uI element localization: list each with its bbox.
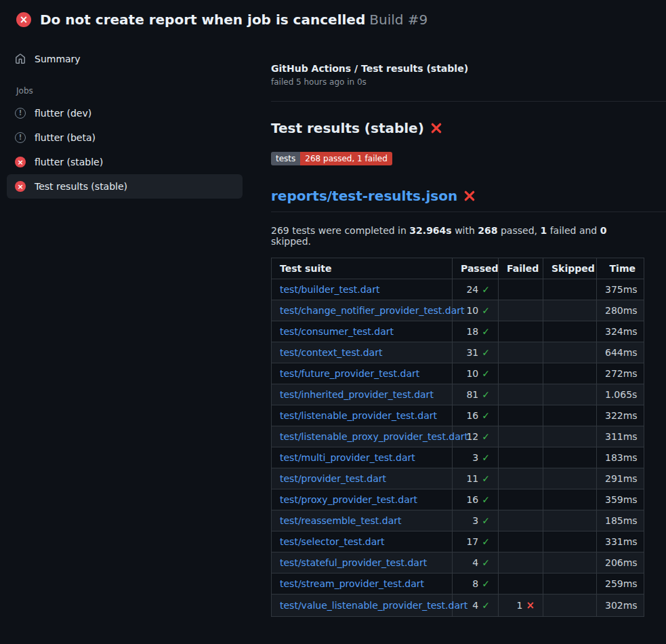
test-suite-link[interactable]: test/change_notifier_provider_test.dart (280, 305, 465, 316)
check-icon: ✓ (482, 578, 490, 589)
table-row: test/provider_test.dart11✓291ms (272, 468, 644, 489)
failed-cell (499, 342, 543, 363)
suite-cell: test/proxy_provider_test.dart (272, 489, 453, 510)
time-cell: 324ms (597, 321, 644, 342)
skipped-cell (543, 510, 597, 531)
test-suite-link[interactable]: test/context_test.dart (280, 347, 382, 358)
failed-cell (499, 447, 543, 468)
time-cell: 272ms (597, 363, 644, 384)
test-suite-link[interactable]: test/future_provider_test.dart (280, 368, 419, 379)
suite-cell: test/listenable_proxy_provider_test.dart (272, 426, 453, 447)
check-icon: ✓ (482, 284, 490, 295)
report-title: reports/test-results.json (271, 188, 666, 212)
passed-cell: 31✓ (453, 342, 499, 363)
time-cell: 183ms (597, 447, 644, 468)
summary-line: 269 tests were completed in 32.964s with… (271, 225, 644, 247)
tests-status-badge: tests 268 passed, 1 failed (271, 152, 392, 165)
skipped-cell (543, 342, 597, 363)
time-cell: 644ms (597, 342, 644, 363)
table-row: test/inherited_provider_test.dart81✓1.06… (272, 384, 644, 405)
suite-cell: test/provider_test.dart (272, 468, 453, 489)
results-table: Test suite Passed Failed Skipped Time te… (271, 258, 644, 617)
test-suite-link[interactable]: test/stream_provider_test.dart (280, 578, 424, 589)
test-suite-link[interactable]: test/listenable_provider_test.dart (280, 410, 437, 421)
sidebar-jobs-heading: Jobs (7, 71, 243, 101)
table-row: test/value_listenable_provider_test.dart… (272, 595, 644, 617)
failed-cell (499, 321, 543, 342)
skipped-cell (543, 279, 597, 300)
passed-cell: 16✓ (453, 489, 499, 510)
passed-cell: 10✓ (453, 363, 499, 384)
main-panel: GitHub Actions / Test results (stable) f… (251, 37, 666, 633)
cross-icon: × (526, 599, 535, 611)
time-cell: 280ms (597, 300, 644, 321)
header-skipped: Skipped (543, 258, 597, 279)
time-cell: 1.065s (597, 384, 644, 405)
skipped-cell (543, 405, 597, 426)
test-suite-link[interactable]: test/multi_provider_test.dart (280, 452, 415, 463)
suite-cell: test/builder_test.dart (272, 279, 453, 300)
failed-cell (499, 510, 543, 531)
sidebar-item-summary[interactable]: Summary (7, 47, 243, 71)
passed-cell: 18✓ (453, 321, 499, 342)
failed-cell (499, 405, 543, 426)
failed-cell (499, 279, 543, 300)
skipped-cell (543, 552, 597, 573)
check-icon: ✓ (482, 368, 490, 379)
run-status-line: failed 5 hours ago in 0s (271, 77, 644, 87)
check-icon: ✓ (482, 452, 490, 463)
test-suite-link[interactable]: test/stateful_provider_test.dart (280, 557, 427, 568)
passed-cell: 4✓ (453, 552, 499, 573)
suite-cell: test/selector_test.dart (272, 531, 453, 552)
test-suite-link[interactable]: test/proxy_provider_test.dart (280, 494, 417, 505)
test-suite-link[interactable]: test/provider_test.dart (280, 473, 386, 484)
suite-cell: test/future_provider_test.dart (272, 363, 453, 384)
passed-cell: 17✓ (453, 531, 499, 552)
test-suite-link[interactable]: test/listenable_proxy_provider_test.dart (280, 431, 468, 442)
sidebar-item-flutter-stable[interactable]: ×flutter (stable) (7, 150, 243, 174)
passed-cell: 8✓ (453, 573, 499, 595)
breadcrumb: GitHub Actions / Test results (stable) (271, 63, 644, 74)
table-row: test/builder_test.dart24✓375ms (272, 279, 644, 300)
header-failed: Failed (499, 258, 543, 279)
failed-cell (499, 468, 543, 489)
passed-cell: 11✓ (453, 468, 499, 489)
check-icon: ✓ (482, 326, 490, 337)
test-suite-link[interactable]: test/consumer_test.dart (280, 326, 394, 337)
check-icon: ✓ (482, 600, 490, 611)
sidebar-item-flutter-beta[interactable]: !flutter (beta) (7, 125, 243, 150)
failed-cell (499, 300, 543, 321)
suite-cell: test/multi_provider_test.dart (272, 447, 453, 468)
warning-icon: ! (15, 108, 26, 119)
check-icon: ✓ (482, 389, 490, 400)
sidebar-item-flutter-dev[interactable]: !flutter (dev) (7, 101, 243, 125)
time-cell: 185ms (597, 510, 644, 531)
report-file-link[interactable]: reports/test-results.json (271, 188, 457, 204)
section-title-text: Test results (stable) (271, 120, 424, 136)
table-row: test/change_notifier_provider_test.dart1… (272, 300, 644, 321)
sidebar-summary-label: Summary (35, 54, 81, 64)
test-suite-link[interactable]: test/inherited_provider_test.dart (280, 389, 434, 400)
suite-cell: test/stream_provider_test.dart (272, 573, 453, 595)
failed-x-icon (463, 190, 476, 202)
table-row: test/proxy_provider_test.dart16✓359ms (272, 489, 644, 510)
test-suite-link[interactable]: test/value_listenable_provider_test.dart (280, 600, 467, 611)
sidebar-item-test-results-stable[interactable]: ×Test results (stable) (7, 174, 243, 199)
skipped-cell (543, 489, 597, 510)
table-row: test/listenable_provider_test.dart16✓322… (272, 405, 644, 426)
divider (271, 101, 666, 102)
section-title: Test results (stable) (271, 120, 644, 136)
test-suite-link[interactable]: test/selector_test.dart (280, 536, 385, 547)
test-suite-link[interactable]: test/reassemble_test.dart (280, 515, 402, 526)
passed-cell: 81✓ (453, 384, 499, 405)
skipped-cell (543, 447, 597, 468)
badge-label: tests (271, 152, 300, 165)
passed-cell: 24✓ (453, 279, 499, 300)
suite-cell: test/reassemble_test.dart (272, 510, 453, 531)
test-suite-link[interactable]: test/builder_test.dart (280, 284, 379, 295)
table-row: test/reassemble_test.dart3✓185ms (272, 510, 644, 531)
table-row: test/future_provider_test.dart10✓272ms (272, 363, 644, 384)
time-cell: 291ms (597, 468, 644, 489)
passed-cell: 3✓ (453, 510, 499, 531)
check-icon: ✓ (482, 536, 490, 547)
